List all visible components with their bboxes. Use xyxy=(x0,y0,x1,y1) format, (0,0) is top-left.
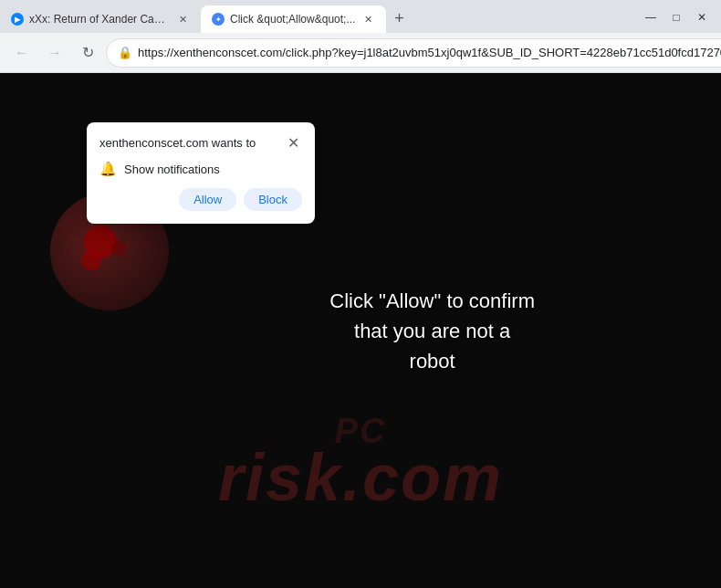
forward-button[interactable]: → xyxy=(40,38,69,68)
allow-button[interactable]: Allow xyxy=(179,188,236,211)
popup-notification-label: Show notifications xyxy=(124,163,220,176)
maximize-button[interactable]: □ xyxy=(664,5,688,29)
svg-point-5 xyxy=(81,250,101,270)
page-content: PC Click "Allow" to confirm that you are… xyxy=(0,73,721,588)
tab2-close-button[interactable]: ✕ xyxy=(360,12,375,26)
tab2-title: Click &quot;Allow&quot;... xyxy=(230,13,355,26)
popup-header: xenthenconscet.com wants to ✕ xyxy=(99,133,302,152)
tab2-favicon: ✦ xyxy=(212,13,225,26)
watermark-pc: PC xyxy=(335,412,387,451)
reload-button[interactable]: ↻ xyxy=(73,38,102,68)
tab-active[interactable]: ✦ Click &quot;Allow&quot;... ✕ xyxy=(201,5,386,33)
svg-text:✦: ✦ xyxy=(215,16,222,24)
svg-text:▶: ▶ xyxy=(15,16,21,24)
center-message: Click "Allow" to confirm that you are no… xyxy=(329,286,535,376)
popup-title: xenthenconscet.com wants to xyxy=(99,136,256,150)
tab1-close-button[interactable]: ✕ xyxy=(175,12,190,26)
close-button[interactable]: ✕ xyxy=(690,5,714,29)
tab-inactive[interactable]: ▶ xXx: Return of Xander Cage : 1... ✕ xyxy=(0,5,201,33)
browser-frame: ▶ xXx: Return of Xander Cage : 1... ✕ ✦ … xyxy=(0,0,721,588)
svg-point-6 xyxy=(111,241,126,256)
minimize-button[interactable]: — xyxy=(639,5,663,29)
notification-popup: xenthenconscet.com wants to ✕ 🔔 Show not… xyxy=(87,122,315,224)
title-bar: ▶ xXx: Return of Xander Cage : 1... ✕ ✦ … xyxy=(0,0,721,33)
popup-buttons: Allow Block xyxy=(99,188,302,211)
popup-close-button[interactable]: ✕ xyxy=(284,133,302,152)
bell-icon: 🔔 xyxy=(99,161,117,177)
watermark-brand: risk.com xyxy=(218,440,503,515)
window-controls: — □ ✕ xyxy=(632,5,721,29)
address-text: https://xenthenconscet.com/click.php?key… xyxy=(138,46,721,59)
address-bar[interactable]: 🔒 https://xenthenconscet.com/click.php?k… xyxy=(106,38,721,68)
toolbar: ← → ↻ 🔒 https://xenthenconscet.com/click… xyxy=(0,33,721,73)
block-button[interactable]: Block xyxy=(244,188,302,211)
tab1-favicon: ▶ xyxy=(11,13,24,26)
new-tab-button[interactable]: + xyxy=(386,5,412,31)
lock-icon: 🔒 xyxy=(118,46,132,59)
popup-notification-row: 🔔 Show notifications xyxy=(99,161,302,177)
back-button[interactable]: ← xyxy=(7,38,37,68)
tab1-title: xXx: Return of Xander Cage : 1... xyxy=(29,13,170,26)
